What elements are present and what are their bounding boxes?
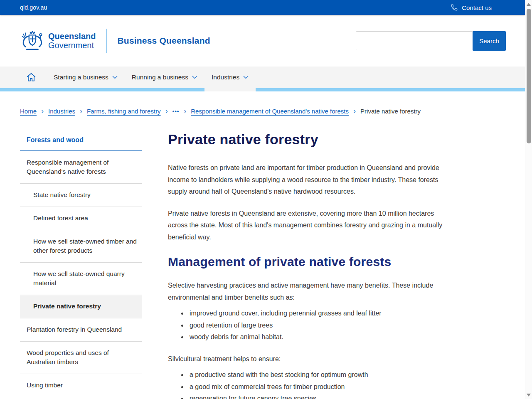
nav-item-label: Starting a business (54, 74, 108, 81)
breadcrumb-label: ••• (172, 108, 180, 114)
sidebar-item-label: State native forestry (33, 191, 91, 198)
sidebar-item[interactable]: Defined forest area (20, 207, 142, 230)
home-icon (26, 72, 37, 83)
section-paragraph-1: Selective harvesting practices and activ… (168, 280, 455, 303)
sidebar-items: Responsible management of Queensland's n… (20, 151, 142, 397)
contact-us-link[interactable]: Contact us (451, 4, 492, 11)
phone-icon (451, 4, 458, 11)
sidebar-item[interactable]: Private native forestry (20, 295, 142, 318)
nav-item[interactable]: Starting a business (47, 66, 125, 88)
logo-line1: Queensland (48, 32, 96, 41)
breadcrumb-item[interactable]: Industries (37, 107, 75, 116)
logo-wordmark: Queensland Government (48, 32, 96, 50)
contact-us-label: Contact us (462, 4, 492, 11)
benefits-list: improved ground cover, including perenni… (168, 308, 455, 343)
nav-item-label: Industries (212, 74, 239, 81)
site-header: Queensland Government Business Queenslan… (0, 15, 532, 66)
nav-item[interactable]: Running a business (125, 66, 204, 88)
chevron-down-icon (192, 76, 197, 79)
site-title[interactable]: Business Queensland (117, 36, 210, 46)
breadcrumb-item[interactable]: Responsible management of Queensland's n… (179, 107, 349, 116)
nav-items: Starting a business Running a business I… (47, 66, 256, 88)
breadcrumb-label: Industries (48, 108, 75, 115)
scrollbar[interactable] (525, 0, 532, 399)
list-item: a productive stand with the best stockin… (188, 369, 455, 381)
search-input[interactable] (356, 32, 473, 50)
nav-item[interactable]: Industries (204, 66, 256, 88)
sidebar-item[interactable]: Wood properties and uses of Australian t… (20, 341, 142, 374)
breadcrumb-item[interactable]: Private native forestry (349, 107, 421, 116)
qld-government-logo[interactable]: Queensland Government (20, 29, 96, 53)
breadcrumb-label: Home (20, 108, 37, 115)
sidebar-item[interactable]: Using timber (20, 374, 142, 397)
sidebar-item[interactable]: How we sell state-owned timber and other… (20, 230, 142, 262)
logo-divider (106, 29, 107, 53)
breadcrumb-label: Farms, fishing and forestry (87, 108, 161, 115)
chevron-down-icon (243, 76, 249, 79)
sidebar-item[interactable]: How we sell state-owned quarry material (20, 262, 142, 295)
intro-paragraph-1: Native forests on private land are impor… (168, 162, 455, 198)
sidebar-heading-link[interactable]: Forests and wood (20, 131, 142, 151)
main-content: Private native forestry Native forests o… (168, 131, 455, 399)
sidebar-item-label: Wood properties and uses of Australian t… (27, 349, 109, 365)
sidebar-item-label: Responsible management of Queensland's n… (27, 159, 108, 175)
section-paragraph-2: Silvicultural treatment helps to ensure: (168, 353, 455, 365)
chevron-down-icon (112, 76, 118, 79)
coat-of-arms-icon (20, 29, 44, 53)
sidebar-item[interactable]: Plantation forestry in Queensland (20, 318, 142, 341)
intro-paragraph-2: Private native forests in Queensland are… (168, 208, 455, 244)
section-heading: Management of private native forests (168, 254, 455, 270)
search-area: Search (356, 31, 506, 51)
logo-line2: Government (48, 41, 96, 50)
sidebar-item-label: Plantation forestry in Queensland (27, 326, 122, 333)
page-title: Private native forestry (168, 131, 455, 148)
breadcrumb: Home Industries Farms, fishing and fores… (0, 91, 532, 116)
nav-item-label: Running a business (132, 74, 188, 81)
list-item: a good mix of commercial trees for timbe… (188, 381, 455, 393)
scroll-down-button[interactable] (527, 394, 531, 397)
site-link[interactable]: qld.gov.au (20, 4, 47, 11)
scroll-up-button[interactable] (527, 3, 531, 6)
utility-bar: qld.gov.au Contact us (0, 0, 525, 15)
section-sidebar: Forests and wood Responsible management … (20, 131, 142, 397)
breadcrumb-item[interactable]: ••• (161, 107, 180, 116)
primary-nav: Starting a business Running a business I… (0, 66, 532, 88)
content-region: Forests and wood Responsible management … (20, 131, 532, 399)
list-item: good retention of large trees (188, 320, 455, 332)
sidebar-item-label: Private native forestry (33, 303, 101, 310)
silviculture-list: a productive stand with the best stockin… (168, 369, 455, 399)
breadcrumb-item[interactable]: Home (20, 108, 37, 115)
nav-home[interactable] (20, 66, 42, 88)
list-item: woody debris for animal habitat. (188, 331, 455, 343)
sidebar-item[interactable]: Responsible management of Queensland's n… (20, 151, 142, 183)
search-button[interactable]: Search (473, 31, 506, 51)
breadcrumb-label: Responsible management of Queensland's n… (191, 108, 349, 115)
sidebar-item-label: Using timber (27, 382, 63, 389)
sidebar-item-label: How we sell state-owned quarry material (33, 270, 125, 286)
breadcrumb-item[interactable]: Farms, fishing and forestry (75, 107, 161, 116)
list-item: regeneration for future canopy tree spec… (188, 393, 455, 399)
sidebar-item-label: How we sell state-owned timber and other… (33, 238, 137, 254)
scrollbar-thumb[interactable] (527, 9, 531, 143)
list-item: improved ground cover, including perenni… (188, 308, 455, 320)
sidebar-item[interactable]: State native forestry (20, 183, 142, 207)
nav-accent-bar (0, 88, 525, 91)
sidebar-item-label: Defined forest area (33, 214, 88, 222)
breadcrumb-label: Private native forestry (360, 108, 421, 115)
